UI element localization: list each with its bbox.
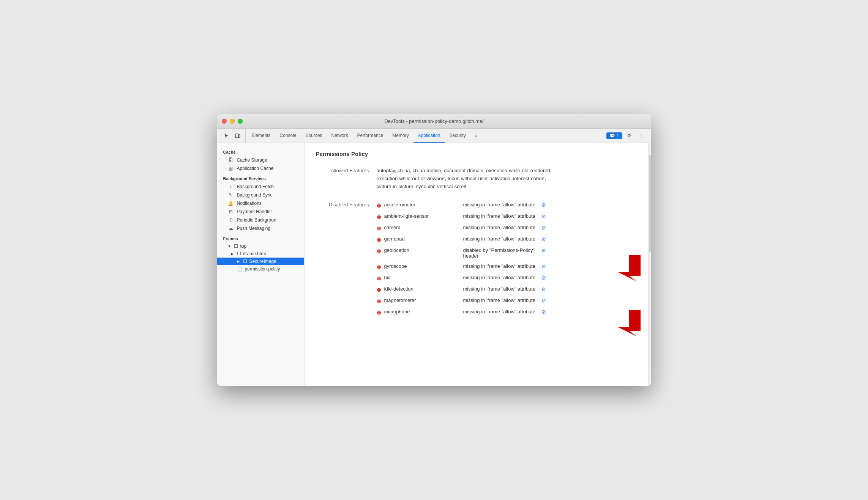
sidebar-item-bg-sync[interactable]: ↻ Background Sync bbox=[217, 191, 304, 199]
bg-sync-icon: ↻ bbox=[228, 192, 234, 198]
bg-fetch-icon: ↕ bbox=[228, 184, 234, 189]
device-toolbar-icon[interactable] bbox=[232, 131, 243, 141]
cache-section-label: Cache bbox=[217, 146, 304, 156]
feature-ambient-light-sensor: ⊗ ambient-light-sensor missing in iframe… bbox=[377, 211, 546, 222]
feature-reason-gamepad: missing in iframe "allow" attribute bbox=[463, 236, 536, 242]
code-btn-idle[interactable]: ⊘ bbox=[541, 286, 546, 292]
tab-elements[interactable]: Elements bbox=[247, 129, 275, 143]
code-btn-gyroscope[interactable]: ⊘ bbox=[541, 263, 546, 269]
main-content: Cache 🗄 Cache Storage ▦ Application Cach… bbox=[217, 143, 651, 386]
feedback-button[interactable]: 💬 1 bbox=[606, 132, 622, 139]
feature-gamepad: ⊗ gamepad missing in iframe "allow" attr… bbox=[377, 234, 546, 245]
code-btn-gamepad[interactable]: ⊘ bbox=[541, 236, 546, 242]
svg-rect-0 bbox=[235, 134, 238, 138]
code-btn-camera[interactable]: ⊘ bbox=[541, 225, 546, 231]
periodic-bg-icon: ⏱ bbox=[228, 217, 234, 223]
sidebar-item-bg-fetch[interactable]: ↕ Background Fetch bbox=[217, 182, 304, 191]
frame-secure-label: SecureImage bbox=[249, 259, 276, 264]
sidebar-item-push-messaging[interactable]: ☁ Push Messaging bbox=[217, 224, 304, 233]
traffic-lights bbox=[222, 119, 243, 124]
frame-iframe-html[interactable]: ▶ ☐ iframe.html bbox=[217, 250, 304, 258]
disabled-features-row: Disabled Features ⊗ accelerometer missin… bbox=[316, 197, 637, 320]
frame-iframe-icon: ☐ bbox=[237, 251, 241, 256]
frame-secure-image[interactable]: ▶ ☐ SecureImage bbox=[217, 258, 304, 265]
feature-reason-idle: missing in iframe "allow" attribute bbox=[463, 286, 536, 292]
svg-rect-1 bbox=[238, 135, 240, 137]
code-btn-ambient[interactable]: ⊘ bbox=[541, 213, 546, 219]
code-btn-hid[interactable]: ⊘ bbox=[541, 275, 546, 281]
tabs-container: Elements Console Sources Network Perform… bbox=[247, 129, 603, 143]
tab-application[interactable]: Application bbox=[413, 129, 445, 143]
tab-more[interactable]: » bbox=[470, 129, 482, 143]
chevron-secure: ▶ bbox=[237, 259, 241, 263]
sidebar-item-payment-handler[interactable]: ⊟ Payment Handler bbox=[217, 208, 304, 216]
disabled-features-list: ⊗ accelerometer missing in iframe "allow… bbox=[377, 200, 546, 318]
code-btn-accelerometer[interactable]: ⊘ bbox=[541, 202, 546, 208]
maximize-button[interactable] bbox=[238, 119, 243, 124]
feature-reason-microphone: missing in iframe "allow" attribute bbox=[463, 309, 536, 314]
feature-camera: ⊗ camera missing in iframe "allow" attri… bbox=[377, 222, 546, 234]
frame-secure-icon: ☐ bbox=[243, 259, 247, 264]
tab-sources[interactable]: Sources bbox=[301, 129, 327, 143]
tab-security[interactable]: Security bbox=[445, 129, 470, 143]
feature-name-gyroscope: gyroscope bbox=[384, 263, 460, 269]
devtools-toolbar: Elements Console Sources Network Perform… bbox=[217, 129, 651, 143]
frame-top[interactable]: ▼ ☐ top bbox=[217, 242, 304, 250]
feature-name-magnetometer: magnetometer bbox=[384, 297, 460, 303]
sidebar-item-notifications[interactable]: 🔔 Notifications bbox=[217, 199, 304, 208]
titlebar: DevTools - permission-policy-demo.glitch… bbox=[217, 114, 651, 129]
feature-reason-accelerometer: missing in iframe "allow" attribute bbox=[463, 202, 536, 208]
close-button[interactable] bbox=[222, 119, 227, 124]
feature-reason-gyroscope: missing in iframe "allow" attribute bbox=[463, 263, 536, 269]
code-btn-microphone[interactable]: ⊘ bbox=[541, 309, 546, 315]
toolbar-right: 💬 1 ⚙ ⋮ bbox=[603, 129, 650, 143]
feature-name-geolocation: geolocation bbox=[384, 247, 460, 253]
code-btn-geolocation[interactable]: ⊛ bbox=[541, 247, 546, 253]
tab-network[interactable]: Network bbox=[327, 129, 353, 143]
application-cache-icon: ▦ bbox=[228, 166, 234, 171]
panel-scrollbar[interactable] bbox=[648, 143, 651, 386]
error-icon-idle: ⊗ bbox=[377, 287, 381, 293]
sidebar-item-application-cache[interactable]: ▦ Application Cache bbox=[217, 164, 304, 173]
error-icon-accelerometer: ⊗ bbox=[377, 203, 381, 209]
feature-reason-geolocation: disabled by "Permissions-Policy"header bbox=[463, 247, 536, 259]
error-icon-ambient: ⊗ bbox=[377, 214, 381, 220]
tab-console[interactable]: Console bbox=[275, 129, 301, 143]
feature-name-microphone: microphone bbox=[384, 309, 460, 314]
feature-name-gamepad: gamepad bbox=[384, 236, 460, 242]
minimize-button[interactable] bbox=[230, 119, 235, 124]
feature-reason-magnetometer: missing in iframe "allow" attribute bbox=[463, 297, 536, 303]
permissions-table: Allowed Features autoplay, ch-ua, ch-ua-… bbox=[316, 165, 637, 320]
feature-magnetometer: ⊗ magnetometer missing in iframe "allow"… bbox=[377, 295, 546, 307]
main-panel: Permissions Policy Allowed Features auto… bbox=[305, 143, 648, 386]
feature-name-accelerometer: accelerometer bbox=[384, 202, 460, 208]
sidebar: Cache 🗄 Cache Storage ▦ Application Cach… bbox=[217, 143, 305, 386]
feature-reason-ambient: missing in iframe "allow" attribute bbox=[463, 213, 536, 219]
error-icon-gamepad: ⊗ bbox=[377, 237, 381, 243]
more-options-button[interactable]: ⋮ bbox=[636, 131, 647, 141]
sidebar-item-cache-storage[interactable]: 🗄 Cache Storage bbox=[217, 156, 304, 164]
code-btn-magnetometer[interactable]: ⊘ bbox=[541, 297, 546, 303]
frame-top-icon: ☐ bbox=[234, 244, 238, 249]
frames-section-label: Frames bbox=[217, 233, 304, 242]
feature-accelerometer: ⊗ accelerometer missing in iframe "allow… bbox=[377, 200, 546, 211]
bg-services-section-label: Background Services bbox=[217, 173, 304, 182]
panel-title: Permissions Policy bbox=[316, 151, 637, 157]
settings-button[interactable]: ⚙ bbox=[624, 131, 634, 141]
window-title: DevTools - permission-policy-demo.glitch… bbox=[384, 118, 484, 124]
feature-reason-camera: missing in iframe "allow" attribute bbox=[463, 225, 536, 230]
devtools-window: DevTools - permission-policy-demo.glitch… bbox=[217, 114, 651, 386]
frame-permission-policy[interactable]: 📄 permission-policy bbox=[217, 265, 304, 273]
chevron-top: ▼ bbox=[228, 244, 232, 248]
sidebar-item-periodic-bg[interactable]: ⏱ Periodic Backgroun bbox=[217, 216, 304, 224]
allowed-features-row: Allowed Features autoplay, ch-ua, ch-ua-… bbox=[316, 165, 637, 193]
cursor-icon[interactable] bbox=[221, 131, 232, 141]
tab-performance[interactable]: Performance bbox=[353, 129, 388, 143]
frame-top-label: top bbox=[240, 244, 247, 249]
allowed-features-value: autoplay, ch-ua, ch-ua-mobile, document-… bbox=[377, 167, 637, 190]
tab-memory[interactable]: Memory bbox=[388, 129, 413, 143]
error-icon-microphone: ⊗ bbox=[377, 310, 381, 316]
toolbar-icons bbox=[219, 129, 246, 143]
feature-hid: ⊗ hid missing in iframe "allow" attribut… bbox=[377, 272, 546, 284]
feature-name-idle: idle-detection bbox=[384, 286, 460, 292]
